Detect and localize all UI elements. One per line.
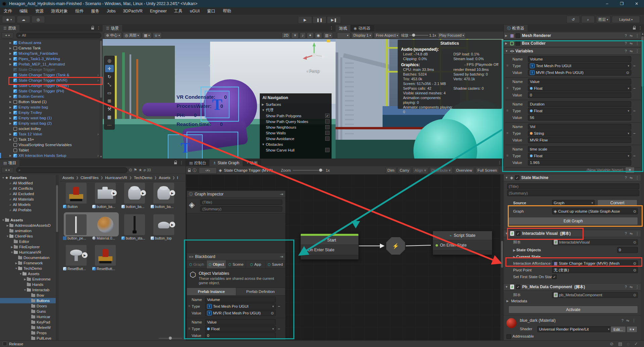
expand-arrow[interactable]: ▶ [23,278,27,281]
presets-icon[interactable]: ⇋ [630,34,633,38]
audio-toggle[interactable]: ♪ [300,32,306,39]
inspector-property-row[interactable]: ▶ State Objects0 [505,247,641,253]
expand-arrow[interactable]: ▶ [8,41,13,44]
game-mode-dropdown[interactable]: ▾ [337,32,350,39]
zoom-slider[interactable] [293,170,324,171]
component-menu-icon[interactable]: ⋮ [635,33,639,38]
graph-object-field[interactable]: ◈Count up volume (State Graph Asse⊙ [552,208,638,214]
search-by-label-icon[interactable]: ⚑ [134,168,137,172]
collapse-icon[interactable]: ⇥ [280,254,283,259]
help-icon[interactable]: ? [625,49,627,53]
project-tree-item[interactable]: ▼Interactab [0,287,56,293]
lock-icon[interactable] [174,162,177,164]
tab-project[interactable]: ▤项目 [0,160,19,166]
search-button[interactable]: ⌕ [581,16,595,23]
menu-item-1[interactable]: 文件 [0,7,16,15]
material-preview-sphere[interactable] [506,318,516,328]
drag-handle[interactable]: = [506,154,508,158]
checkbox[interactable] [325,148,330,152]
lock-icon[interactable] [91,28,94,30]
layers-dropdown[interactable]: 图层▾ [596,16,610,23]
drag-handle[interactable]: = [506,64,508,68]
drag-handle[interactable]: = [506,109,508,113]
check-icon[interactable]: ✓ [634,341,638,346]
presets-icon[interactable]: ⇋ [630,176,633,180]
project-tree-item[interactable]: Hands [0,282,56,287]
graph-button-align[interactable]: Align▾ [412,167,428,174]
inspector-property-row[interactable]: Interaction Affordance F▦State Change Tr… [505,260,641,266]
variable-value-field[interactable]: 0 [528,92,631,98]
metadata-row[interactable]: ▶Metadata [505,299,527,303]
expand-arrow[interactable]: ▼ [262,109,266,112]
scale-tool-button[interactable]: ⤡ [105,81,114,88]
eye-off-icon[interactable]: ◌ [627,341,630,346]
hierarchy-item[interactable]: ▶Task 12 Valve› [0,131,99,137]
asset-label[interactable]: button_ba... [92,204,121,209]
drag-handle[interactable]: = [188,327,190,331]
menu-item-6[interactable]: 服务 [87,7,103,15]
snap-button[interactable]: ∪▾ [153,32,162,39]
checkbox[interactable]: ✓ [325,114,330,118]
project-tree-item[interactable]: ▶FileExplorer [0,244,56,250]
asset-thumbnail[interactable] [95,214,116,235]
component-checkbox[interactable]: ✓ [516,285,521,289]
graph-root-button[interactable]: ‹×› [199,167,217,174]
play-button[interactable]: ▶ [298,16,312,24]
variable-type-dropdown[interactable]: String▾ [528,130,631,136]
expand-arrow[interactable]: ▼ [1,219,5,222]
asset-label[interactable]: Button [63,204,92,209]
variable-type-dropdown[interactable]: Float▾ [528,153,631,159]
hierarchy-item[interactable]: ▶Prefab_MEP_11_Animated [0,61,99,67]
component-mesh-renderer[interactable]: ▶▦ Mesh Renderer ?⇋⋮ [504,32,641,39]
graph-canvas[interactable]: ⌁Start On Enter State ⚡ ⌁Script State On… [186,174,504,341]
menu-item-11[interactable]: uGUI [186,7,203,15]
project-tree-item[interactable]: Doors [0,303,56,309]
component-menu-icon[interactable]: ⋮ [635,41,639,46]
breadcrumb-item[interactable]: Assets [159,176,170,180]
variable-value-field[interactable]: 0 [205,333,276,339]
menu-item-10[interactable]: 工具 [170,7,186,15]
project-tree-item[interactable]: ▶AddressableAssetsD [0,223,56,228]
variable-name-field[interactable]: Volume [205,297,276,303]
help-icon[interactable]: ? [622,318,624,322]
variable-type-dropdown[interactable]: TText Mesh Pro UGUI▾ [205,303,276,309]
expand-arrow[interactable]: ▶ [14,262,18,265]
lock-icon[interactable] [633,28,636,30]
expand-arrow[interactable]: ▶ [8,47,13,50]
add-variable-button[interactable]: + [625,167,635,173]
inspector-property-row[interactable]: Pivot Point无 (变换)⊙ [505,267,641,273]
count-field[interactable]: 0 [617,247,638,253]
remove-variable-button[interactable]: − [276,304,282,309]
collapse-icon[interactable]: ⇥ [280,192,283,197]
search-by-type-icon[interactable]: ⊙ [129,168,132,172]
asset-label[interactable]: ResetButt... [92,266,121,271]
add-gameobject-button[interactable]: +▾ [1,32,13,38]
thumbnail-size-slider[interactable] [159,337,182,340]
hierarchy-item[interactable]: State Change Trigger (Tank &› [0,72,99,78]
panel-menu-icon[interactable]: ⋮ [330,26,334,30]
project-tree-item[interactable]: Guns [0,309,56,314]
expand-badge-icon[interactable]: ▶ [169,190,175,196]
component-checkbox[interactable] [515,41,520,46]
sm-summary-input[interactable]: (Summary) [507,190,639,196]
hierarchy-item[interactable]: ▶Canvas Tank [0,45,99,51]
info-icon[interactable]: ⓘ [193,168,197,173]
asset-thumbnail[interactable] [95,245,116,266]
2d-toggle[interactable]: 2D [282,32,290,39]
object-picker-icon[interactable]: ⊙ [633,293,636,297]
menu-item-2[interactable]: 编辑 [16,7,32,15]
breadcrumb-item[interactable]: Assets [62,176,74,180]
move-tool-button[interactable]: ✛ [105,65,114,72]
variable-name-field[interactable]: Value [528,79,631,85]
expand-arrow[interactable]: ▶ [8,95,13,98]
asset-thumbnail[interactable] [66,183,87,204]
expand-arrow[interactable]: ▶ [8,117,13,120]
project-tree-item[interactable]: Hurricar [0,314,56,319]
project-tree-item[interactable]: Buttons [0,298,56,303]
variable-type-dropdown[interactable]: Float▾ [528,85,631,91]
project-tree-item[interactable]: ⌕All Modified [0,180,56,186]
expand-arrow[interactable]: ▶ [513,249,516,252]
source-dropdown[interactable]: Graph▾ [552,200,595,206]
expand-arrow[interactable]: ▼ [23,289,27,292]
hierarchy-item[interactable]: ▶Task 15+ [0,137,99,142]
